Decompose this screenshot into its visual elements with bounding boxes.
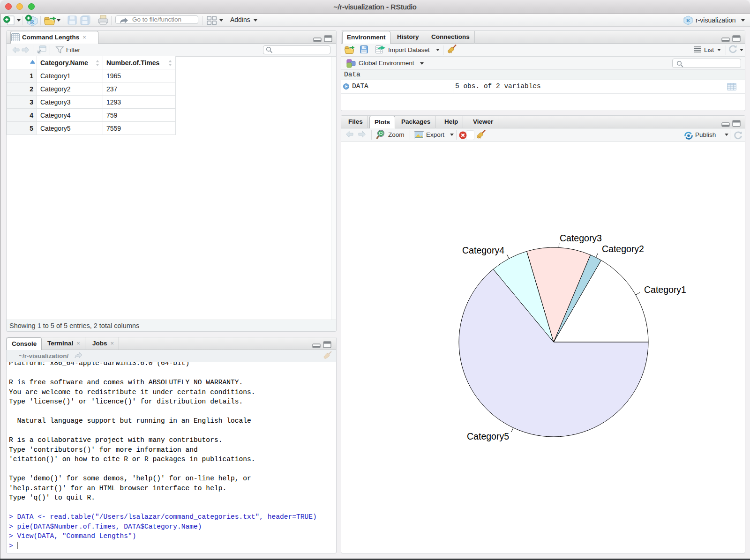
svg-text:Category1: Category1 bbox=[644, 284, 686, 295]
svg-text:Category3: Category3 bbox=[560, 233, 602, 243]
svg-text:Category5: Category5 bbox=[467, 431, 509, 441]
svg-text:Category4: Category4 bbox=[462, 245, 504, 255]
svg-text:R: R bbox=[686, 17, 690, 23]
svg-text:Category2: Category2 bbox=[602, 244, 644, 254]
